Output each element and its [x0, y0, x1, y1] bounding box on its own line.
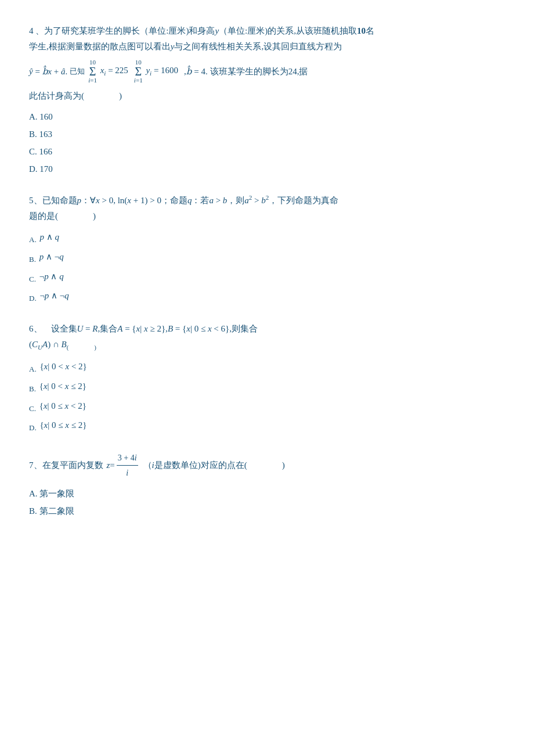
- q4-formula: ŷ = b̂x + â. 已知 10 Σ i=1 xi = 225 10 Σ i…: [29, 59, 505, 84]
- q7-option-a: A. 第一象限: [29, 487, 505, 501]
- q4-header: 4 、为了研究某班学生的脚长（单位:厘米)和身高y（单位:厘米)的关系,从该班随…: [29, 23, 505, 39]
- q6-line2: (CUA) ∩ B( ): [29, 337, 505, 354]
- q6-option-c: C. {x| 0 ≤ x < 2}: [29, 399, 505, 415]
- q7-header: 7、在复平面内复数 z = 3 + 4i i （i是虚数单位)对应的点在( ): [29, 451, 505, 480]
- q7-option-b: B. 第二象限: [29, 504, 505, 518]
- sigma1: 10 Σ i=1: [88, 59, 97, 84]
- q7-options: A. 第一象限 B. 第二象限: [29, 487, 505, 518]
- q5-option-a: A. p ∧ q: [29, 230, 505, 246]
- q5-option-d: D. ¬p ∧ ¬q: [29, 289, 505, 305]
- q6-option-b: B. {x| 0 < x ≤ 2}: [29, 379, 505, 395]
- question-4: 4 、为了研究某班学生的脚长（单位:厘米)和身高y（单位:厘米)的关系,从该班随…: [29, 23, 505, 176]
- q7-fraction: 3 + 4i i: [117, 451, 138, 480]
- q4-option-b: B. 163: [29, 127, 505, 141]
- q5-option-b: B. p ∧ ¬q: [29, 250, 505, 266]
- q5-option-c: C. ¬p ∧ q: [29, 269, 505, 286]
- page-content: 4 、为了研究某班学生的脚长（单位:厘米)和身高y（单位:厘米)的关系,从该班随…: [29, 23, 505, 518]
- q4-line3: 此估计身高为( ): [29, 88, 505, 104]
- q6-option-d: D. {x| 0 ≤ x ≤ 2}: [29, 418, 505, 434]
- q4-option-c: C. 166: [29, 145, 505, 159]
- question-5: 5、已知命题p：∀x > 0, ln(x + 1) > 0；命题q：若a > b…: [29, 192, 505, 305]
- q4-num: 4: [29, 26, 34, 35]
- q4-option-a: A. 160: [29, 110, 505, 124]
- question-7: 7、在复平面内复数 z = 3 + 4i i （i是虚数单位)对应的点在( ) …: [29, 451, 505, 517]
- q4-option-d: D. 170: [29, 162, 505, 176]
- sigma2: 10 Σ i=1: [134, 59, 143, 84]
- q4-options: A. 160 B. 163 C. 166 D. 170: [29, 110, 505, 176]
- q6-header: 6、 设全集U = R,集合A = {x| x ≥ 2},B = {x| 0 ≤…: [29, 321, 505, 337]
- question-6: 6、 设全集U = R,集合A = {x| x ≥ 2},B = {x| 0 ≤…: [29, 321, 505, 434]
- q6-options: A. {x| 0 < x < 2} B. {x| 0 < x ≤ 2} C. {…: [29, 359, 505, 434]
- q5-line2: 题的是( ): [29, 208, 505, 224]
- q4-line2: 学生,根据测量数据的散点图可以看出y与之间有线性相关关系,设其回归直线方程为: [29, 39, 505, 55]
- q5-options: A. p ∧ q B. p ∧ ¬q C. ¬p ∧ q D. ¬p ∧ ¬q: [29, 230, 505, 305]
- q6-option-a: A. {x| 0 < x < 2}: [29, 359, 505, 376]
- q5-header: 5、已知命题p：∀x > 0, ln(x + 1) > 0；命题q：若a > b…: [29, 192, 505, 208]
